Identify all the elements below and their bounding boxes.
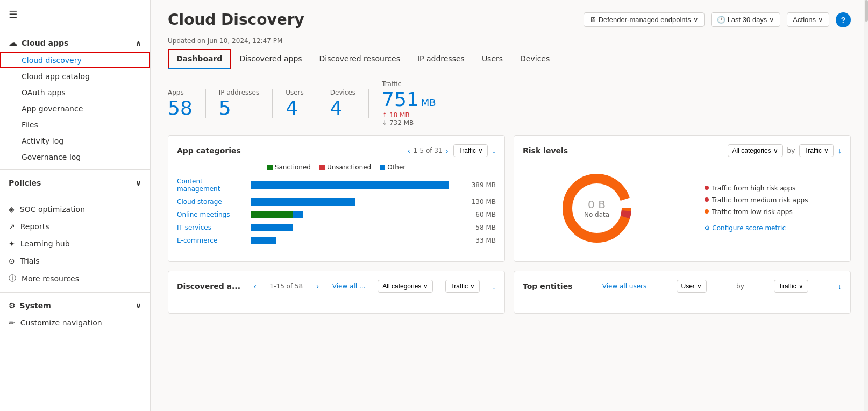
- system-section[interactable]: ⚙ System ∨: [0, 297, 150, 314]
- sidebar-item-governance-log[interactable]: Governance log: [0, 149, 150, 165]
- bar-value-cloud-storage: 130 MB: [464, 198, 496, 206]
- app-categories-download-button[interactable]: ↓: [492, 146, 496, 155]
- traffic-sub: ↑ 18 MB ↓ 732 MB: [382, 111, 436, 126]
- sidebar: ☰ ☁ Cloud apps ∧ Cloud discovery Cloud a…: [0, 0, 151, 411]
- risk-download-button[interactable]: ↓: [838, 146, 842, 155]
- medium-risk-dot: [705, 197, 709, 202]
- sidebar-item-trials[interactable]: ⊙ Trials: [0, 252, 150, 270]
- cloud-apps-label: Cloud apps: [22, 39, 68, 47]
- endpoints-icon: 🖥: [589, 16, 596, 24]
- header-controls: 🖥 Defender-managed endpoints ∨ 🕐 Last 30…: [584, 12, 851, 27]
- view-all-users-link[interactable]: View all users: [602, 282, 647, 290]
- sidebar-item-reports[interactable]: ↗ Reports: [0, 218, 150, 235]
- stat-traffic: Traffic 751 MB ↑ 18 MB ↓ 732 MB: [382, 80, 449, 126]
- policies-section[interactable]: Policies ∨: [0, 174, 150, 192]
- unsanctioned-dot: [319, 165, 325, 170]
- help-button[interactable]: ?: [836, 12, 851, 27]
- bar-track-cloud-storage: [251, 198, 459, 206]
- actions-button[interactable]: Actions ∨: [787, 12, 829, 27]
- system-chevron: ∨: [136, 301, 141, 310]
- sidebar-item-cloud-discovery[interactable]: Cloud discovery: [0, 52, 150, 68]
- top-entities-title: Top entities: [523, 282, 572, 290]
- scrollbar-thumb[interactable]: [865, 0, 868, 22]
- tab-discovered-apps[interactable]: Discovered apps: [231, 49, 310, 69]
- endpoints-button[interactable]: 🖥 Defender-managed endpoints ∨: [584, 12, 705, 27]
- tab-devices[interactable]: Devices: [511, 49, 558, 69]
- bar-track-content-management: [251, 181, 459, 189]
- view-all-link[interactable]: View all ...: [332, 282, 366, 290]
- main-content: Cloud Discovery 🖥 Defender-managed endpo…: [151, 0, 868, 411]
- bar-label-content-management[interactable]: Content management: [177, 178, 247, 193]
- other-dot: [380, 165, 385, 170]
- discovered-apps-prev[interactable]: ‹: [253, 282, 258, 290]
- risk-legend: Traffic from high risk apps Traffic from…: [705, 185, 808, 232]
- updated-timestamp: Updated on Jun 10, 2024, 12:47 PM: [151, 35, 868, 49]
- bar-label-online-meetings[interactable]: Online meetings: [177, 211, 247, 218]
- bar-label-ecommerce[interactable]: E-commerce: [177, 237, 247, 244]
- scrollbar-track[interactable]: [864, 0, 868, 411]
- donut-chart: 0 B No data: [557, 168, 637, 249]
- upload-arrow-icon: ↑: [382, 111, 389, 119]
- sidebar-item-customize-navigation[interactable]: ✏ Customize navigation: [0, 314, 150, 331]
- next-page-button[interactable]: ›: [445, 146, 450, 155]
- bar-row-content-management: Content management 389 MB: [177, 178, 496, 193]
- sidebar-item-more-resources[interactable]: ⓘ More resources: [0, 270, 150, 288]
- discovered-apps-filter-button[interactable]: All categories ∨: [378, 280, 433, 293]
- bar-segment-it: [251, 224, 293, 231]
- discovered-apps-by-filter[interactable]: Traffic ∨: [445, 280, 480, 293]
- bar-row-online-meetings: Online meetings 60 MB: [177, 211, 496, 218]
- tab-ip-addresses[interactable]: IP addresses: [409, 49, 473, 69]
- time-icon: 🕐: [717, 16, 725, 24]
- bar-label-cloud-storage[interactable]: Cloud storage: [177, 198, 247, 206]
- cloud-apps-section[interactable]: ☁ Cloud apps ∧: [0, 33, 150, 52]
- bar-value-ecommerce: 33 MB: [464, 237, 496, 244]
- configure-score-metric-link[interactable]: ⚙ Configure score metric: [705, 224, 808, 232]
- legend-unsanctioned: Unsanctioned: [319, 164, 371, 171]
- page-title: Cloud Discovery: [168, 11, 304, 29]
- sidebar-item-learning-hub[interactable]: ✦ Learning hub: [0, 235, 150, 252]
- top-entities-by-filter[interactable]: Traffic ∨: [774, 280, 808, 293]
- donut-center: 0 B No data: [584, 198, 609, 218]
- policies-label: Policies: [9, 179, 41, 187]
- app-categories-card: App categories ‹ 1-5 of 31 › Traffic ∨ ↓: [168, 135, 505, 262]
- system-icon: ⚙: [9, 301, 16, 310]
- discovered-apps-header: Discovered a... ‹ 1-15 of 58 › View all …: [177, 280, 496, 293]
- sidebar-item-files[interactable]: Files: [0, 117, 150, 133]
- top-entities-download[interactable]: ↓: [838, 282, 842, 290]
- donut-value: 0 B: [584, 198, 609, 211]
- app-categories-title: App categories: [177, 146, 241, 155]
- hamburger-menu[interactable]: ☰: [0, 0, 150, 24]
- cloud-icon: ☁: [9, 38, 17, 48]
- tab-discovered-resources[interactable]: Discovered resources: [311, 49, 409, 69]
- app-categories-filter-button[interactable]: Traffic ∨: [453, 144, 488, 157]
- bar-row-it-services: IT services 58 MB: [177, 224, 496, 231]
- discovered-apps-download[interactable]: ↓: [492, 282, 496, 290]
- risk-categories-filter-button[interactable]: All categories ∨: [728, 144, 783, 157]
- learning-icon: ✦: [9, 239, 15, 248]
- bar-segment-other: [251, 181, 449, 189]
- sidebar-item-soc-optimization[interactable]: ◈ SOC optimization: [0, 201, 150, 218]
- endpoints-chevron-icon: ∨: [693, 16, 699, 24]
- discovered-apps-next[interactable]: ›: [315, 282, 320, 290]
- sidebar-item-activity-log[interactable]: Activity log: [0, 133, 150, 149]
- hamburger-icon: ☰: [9, 9, 17, 20]
- tab-users[interactable]: Users: [473, 49, 511, 69]
- sidebar-item-app-governance[interactable]: App governance: [0, 101, 150, 117]
- time-chevron-icon: ∨: [769, 16, 774, 24]
- risk-by-chevron-icon: ∨: [824, 147, 829, 154]
- top-entities-card: Top entities View all users User ∨ by Tr…: [514, 271, 851, 314]
- time-range-button[interactable]: 🕐 Last 30 days ∨: [711, 12, 781, 27]
- traffic-unit: MB: [421, 97, 436, 108]
- prev-page-button[interactable]: ‹: [407, 146, 411, 155]
- soc-icon: ◈: [9, 205, 15, 214]
- bar-label-it-services[interactable]: IT services: [177, 224, 247, 231]
- filter-chevron-icon: ∨: [478, 147, 483, 154]
- top-entities-filter-button[interactable]: User ∨: [677, 280, 707, 293]
- traffic-up-value: 18 MB: [389, 111, 410, 119]
- tab-dashboard[interactable]: Dashboard: [168, 49, 231, 69]
- risk-levels-card: Risk levels All categories ∨ by Traffic …: [514, 135, 851, 262]
- risk-by-filter-button[interactable]: Traffic ∨: [799, 144, 834, 157]
- sidebar-item-cloud-app-catalog[interactable]: Cloud app catalog: [0, 68, 150, 84]
- risk-levels-header: Risk levels All categories ∨ by Traffic …: [523, 144, 842, 157]
- sidebar-item-oauth-apps[interactable]: OAuth apps: [0, 84, 150, 101]
